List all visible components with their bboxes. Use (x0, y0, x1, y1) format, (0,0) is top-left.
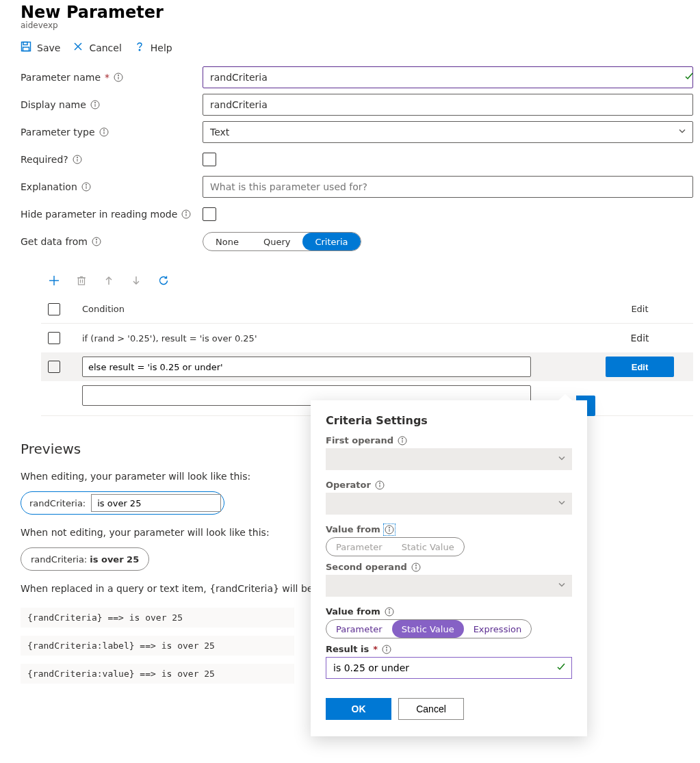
select-all-checkbox[interactable] (48, 303, 60, 315)
label-parameter-name: Parameter name * (21, 72, 203, 83)
cancel-label: Cancel (89, 42, 121, 53)
chevron-down-icon (557, 498, 567, 510)
value-from-pills-b: Parameter Static Value Expression (326, 619, 532, 638)
pill-none[interactable]: None (203, 233, 251, 250)
ok-button[interactable]: OK (326, 698, 391, 715)
code-preview-2: {randCriteria:label} ==> is over 25 (21, 636, 294, 656)
pill-criteria[interactable]: Criteria (302, 233, 360, 250)
label-first-operand: First operand (326, 435, 572, 445)
refresh-button[interactable] (157, 274, 170, 287)
popover-actions: OK Cancel (326, 698, 572, 715)
pill-parameter[interactable]: Parameter (326, 620, 392, 638)
label-text: Required? (21, 154, 68, 165)
row-checkbox[interactable] (48, 361, 60, 373)
save-label: Save (37, 42, 60, 53)
svg-point-41 (379, 482, 380, 483)
label-display-name: Display name (21, 99, 203, 110)
info-icon[interactable] (398, 436, 407, 445)
label-text: Display name (21, 99, 86, 110)
label-text: Result is (326, 644, 369, 654)
criteria-settings-popover: Criteria Settings First operand Operator… (311, 400, 587, 715)
chevron-down-icon (557, 580, 567, 592)
svg-rect-2 (23, 47, 29, 51)
info-icon[interactable] (181, 209, 191, 219)
editing-preview: randCriteria: (21, 491, 224, 515)
parameter-name-input[interactable] (203, 66, 693, 88)
explanation-input[interactable] (203, 176, 693, 198)
label-text: Hide parameter in reading mode (21, 209, 177, 220)
label-value-from-b: Value from (326, 606, 572, 617)
required-checkbox[interactable] (203, 153, 216, 166)
svg-rect-1 (23, 42, 27, 45)
second-operand-select[interactable] (326, 575, 572, 597)
select-value: Text (210, 127, 229, 138)
help-label: Help (151, 42, 172, 53)
label-required: Required? (21, 154, 203, 165)
svg-point-38 (402, 438, 402, 439)
display-name-input[interactable] (203, 94, 693, 116)
row-checkbox[interactable] (48, 332, 60, 344)
svg-point-8 (118, 75, 118, 75)
label-text: Explanation (21, 181, 77, 192)
label-result-is: Result is * (326, 644, 572, 654)
col-edit: Edit (592, 304, 688, 314)
preview-input[interactable] (91, 494, 221, 512)
row-explanation: Explanation (21, 173, 700, 201)
info-icon[interactable] (385, 525, 394, 534)
info-icon[interactable] (114, 73, 123, 82)
info-icon[interactable] (385, 607, 394, 617)
parameter-type-select[interactable]: Text (203, 121, 693, 143)
hide-checkbox[interactable] (203, 207, 216, 221)
svg-point-20 (86, 184, 86, 185)
info-icon[interactable] (382, 645, 391, 654)
row-parameter-name: Parameter name * (21, 64, 700, 91)
close-icon (73, 41, 83, 54)
svg-point-26 (96, 239, 96, 240)
result-is-input[interactable] (326, 657, 572, 679)
code-preview-1: {randCriteria} ==> is over 25 (21, 608, 294, 628)
label-explanation: Explanation (21, 181, 203, 192)
help-button[interactable]: Help (134, 41, 172, 54)
info-icon[interactable] (375, 480, 385, 490)
svg-rect-29 (79, 278, 85, 285)
help-icon (134, 41, 145, 54)
info-icon[interactable] (81, 182, 91, 192)
popover-title: Criteria Settings (326, 414, 572, 427)
pill-parameter[interactable]: Parameter (326, 538, 392, 556)
info-icon[interactable] (99, 127, 109, 137)
row-required: Required? (21, 146, 700, 173)
preview-label: randCriteria: (29, 498, 86, 508)
cancel-button[interactable]: Cancel (73, 41, 121, 54)
first-operand-select[interactable] (326, 448, 572, 470)
info-icon[interactable] (92, 237, 101, 246)
condition-text: if (rand > '0.25'), result = 'is over 0.… (82, 333, 592, 344)
label-text: Parameter name (21, 72, 101, 83)
row-parameter-type: Parameter type Text (21, 118, 700, 146)
preview-value: is over 25 (90, 554, 139, 565)
info-icon[interactable] (90, 100, 100, 109)
edit-button[interactable]: Edit (606, 357, 674, 377)
condition-input[interactable] (82, 357, 531, 377)
pill-expression[interactable]: Expression (464, 620, 532, 638)
save-icon (21, 41, 31, 54)
col-condition: Condition (82, 304, 592, 314)
value-from-pills-a: Parameter Static Value (326, 537, 465, 556)
pill-query[interactable]: Query (251, 233, 303, 250)
label-parameter-type: Parameter type (21, 127, 203, 138)
svg-point-47 (415, 565, 416, 565)
save-button[interactable]: Save (21, 41, 60, 54)
info-icon[interactable] (73, 155, 82, 164)
edit-link[interactable]: Edit (630, 333, 649, 344)
add-button[interactable] (48, 274, 60, 287)
operator-select[interactable] (326, 493, 572, 515)
pill-static-value[interactable]: Static Value (392, 538, 464, 556)
label-text: Parameter type (21, 127, 95, 138)
check-icon (556, 662, 567, 675)
info-icon[interactable] (411, 562, 421, 572)
cancel-button[interactable]: Cancel (398, 698, 464, 715)
label-second-operand: Second operand (326, 562, 572, 572)
notediting-preview: randCriteria: is over 25 (21, 547, 149, 571)
pill-static-value[interactable]: Static Value (392, 620, 464, 638)
svg-point-44 (389, 527, 389, 528)
svg-point-14 (103, 129, 104, 130)
